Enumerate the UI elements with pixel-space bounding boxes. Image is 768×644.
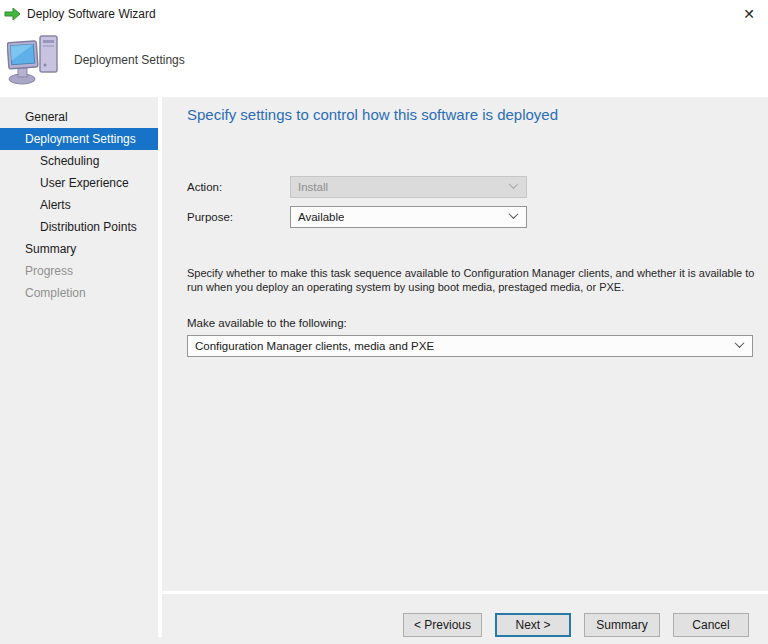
close-icon[interactable]: ✕ [739, 4, 759, 24]
make-available-dropdown[interactable]: Configuration Manager clients, media and… [187, 335, 753, 357]
footer-divider [162, 591, 768, 594]
action-label: Action: [187, 181, 222, 193]
computer-icon [7, 34, 63, 86]
purpose-dropdown[interactable]: Available [290, 206, 527, 228]
wizard-step-list: General Deployment Settings Scheduling U… [0, 97, 158, 644]
sidebar-item-scheduling[interactable]: Scheduling [0, 150, 158, 172]
action-value: Install [298, 181, 328, 193]
sidebar-item-summary[interactable]: Summary [0, 238, 158, 260]
sidebar-item-progress: Progress [0, 260, 158, 282]
sidebar-item-general[interactable]: General [0, 106, 158, 128]
make-available-value: Configuration Manager clients, media and… [195, 340, 434, 352]
chevron-down-icon [509, 179, 519, 189]
content-pane: Specify settings to control how this sof… [162, 97, 768, 644]
next-button[interactable]: Next > [495, 613, 571, 637]
deploy-software-wizard-window: Deploy Software Wizard ✕ D [0, 0, 768, 644]
sidebar-item-completion: Completion [0, 282, 158, 304]
action-dropdown: Install [290, 176, 527, 198]
title-bar: Deploy Software Wizard ✕ [0, 0, 768, 28]
purpose-label: Purpose: [187, 211, 233, 223]
chevron-down-icon [509, 209, 519, 219]
wizard-body: General Deployment Settings Scheduling U… [0, 97, 768, 644]
purpose-value: Available [298, 211, 344, 223]
summary-button[interactable]: Summary [584, 613, 660, 637]
wizard-header: Deployment Settings [0, 28, 768, 97]
wizard-arrow-icon [4, 6, 22, 22]
cancel-button[interactable]: Cancel [673, 613, 749, 637]
sidebar-item-user-experience[interactable]: User Experience [0, 172, 158, 194]
previous-button[interactable]: < Previous [403, 613, 482, 637]
sidebar-item-alerts[interactable]: Alerts [0, 194, 158, 216]
chevron-down-icon [735, 338, 745, 348]
wizard-page-title: Deployment Settings [74, 53, 185, 67]
window-title: Deploy Software Wizard [27, 7, 156, 21]
sidebar-item-distribution-points[interactable]: Distribution Points [0, 216, 158, 238]
page-heading: Specify settings to control how this sof… [187, 106, 558, 123]
availability-description: Specify whether to make this task sequen… [187, 266, 755, 294]
make-available-label: Make available to the following: [187, 317, 347, 329]
footer-buttons: < Previous Next > Summary Cancel [403, 613, 749, 637]
sidebar-item-deployment-settings[interactable]: Deployment Settings [0, 128, 158, 150]
